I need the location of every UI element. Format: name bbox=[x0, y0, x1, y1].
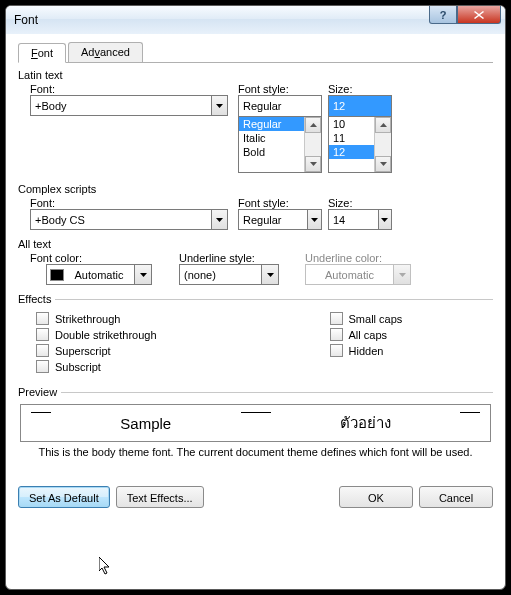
set-as-default-button[interactable]: Set As Default bbox=[18, 486, 110, 508]
scrollbar[interactable] bbox=[374, 117, 391, 172]
all-text-label: All text bbox=[18, 238, 493, 250]
dropdown-arrow-icon[interactable] bbox=[261, 265, 278, 284]
latin-text-label: Latin text bbox=[18, 69, 493, 81]
font-label: Font: bbox=[30, 83, 228, 95]
complex-font-label: Font: bbox=[30, 197, 228, 209]
complex-style-label: Font style: bbox=[238, 197, 322, 209]
font-color-combo[interactable]: Automatic bbox=[46, 264, 152, 285]
font-color-value: Automatic bbox=[64, 269, 134, 281]
font-style-label: Font style: bbox=[238, 83, 322, 95]
subscript-label: Subscript bbox=[55, 361, 101, 373]
complex-style-input[interactable] bbox=[239, 210, 307, 229]
complex-scripts-label: Complex scripts bbox=[18, 183, 493, 195]
complex-size-combo[interactable] bbox=[328, 209, 392, 230]
small-caps-checkbox[interactable] bbox=[330, 312, 343, 325]
scrollbar[interactable] bbox=[304, 117, 321, 172]
cancel-button[interactable]: Cancel bbox=[419, 486, 493, 508]
preview-legend: Preview bbox=[18, 386, 61, 398]
latin-style-input[interactable] bbox=[239, 96, 321, 116]
latin-style-input-wrap bbox=[238, 95, 322, 116]
scroll-down-icon[interactable] bbox=[305, 156, 321, 172]
latin-style-list[interactable]: Regular Italic Bold bbox=[238, 116, 322, 173]
complex-style-combo[interactable] bbox=[238, 209, 322, 230]
tab-strip: Font Advanced bbox=[18, 42, 493, 63]
titlebar[interactable]: Font ? bbox=[6, 6, 505, 34]
scroll-down-icon[interactable] bbox=[375, 156, 391, 172]
effects-legend: Effects bbox=[18, 293, 55, 305]
preview-box: Sample ตัวอย่าง bbox=[20, 404, 491, 442]
text-effects-button[interactable]: Text Effects... bbox=[116, 486, 204, 508]
underline-color-value: Automatic bbox=[306, 269, 393, 281]
preview-group: Preview Sample ตัวอย่าง This is the body… bbox=[18, 386, 493, 468]
complex-size-input[interactable] bbox=[329, 210, 378, 229]
tab-font[interactable]: Font bbox=[18, 43, 66, 63]
dropdown-arrow-icon[interactable] bbox=[211, 96, 227, 115]
help-button[interactable]: ? bbox=[429, 6, 457, 24]
underline-color-combo: Automatic bbox=[305, 264, 411, 285]
underline-style-label: Underline style: bbox=[179, 252, 279, 264]
complex-font-combo[interactable] bbox=[30, 209, 228, 230]
scroll-up-icon[interactable] bbox=[375, 117, 391, 133]
tab-advanced[interactable]: Advanced bbox=[68, 42, 143, 62]
underline-style-value: (none) bbox=[180, 269, 261, 281]
latin-size-input-wrap bbox=[328, 95, 392, 116]
window-title: Font bbox=[14, 13, 38, 27]
complex-font-input[interactable] bbox=[31, 210, 211, 229]
latin-font-combo[interactable] bbox=[30, 95, 228, 116]
font-dialog: Font ? Font Advanced Latin text Font: Fo… bbox=[5, 5, 506, 590]
superscript-label: Superscript bbox=[55, 345, 111, 357]
hidden-label: Hidden bbox=[349, 345, 384, 357]
complex-size-label: Size: bbox=[328, 197, 392, 209]
dropdown-arrow-icon[interactable] bbox=[134, 265, 151, 284]
color-swatch-icon bbox=[50, 269, 64, 281]
scroll-up-icon[interactable] bbox=[305, 117, 321, 133]
size-label: Size: bbox=[328, 83, 392, 95]
dropdown-arrow-icon[interactable] bbox=[211, 210, 227, 229]
latin-size-input[interactable] bbox=[329, 96, 391, 116]
small-caps-label: Small caps bbox=[349, 313, 403, 325]
effects-group: Effects Strikethrough Double strikethrou… bbox=[18, 293, 493, 376]
dropdown-arrow-icon[interactable] bbox=[307, 210, 321, 229]
double-strikethrough-label: Double strikethrough bbox=[55, 329, 157, 341]
font-color-label: Font color: bbox=[30, 252, 153, 264]
preview-sample-latin: Sample bbox=[61, 415, 231, 432]
all-caps-label: All caps bbox=[349, 329, 388, 341]
hidden-checkbox[interactable] bbox=[330, 344, 343, 357]
subscript-checkbox[interactable] bbox=[36, 360, 49, 373]
dropdown-arrow-icon[interactable] bbox=[378, 210, 391, 229]
preview-description: This is the body theme font. The current… bbox=[18, 446, 493, 458]
ok-button[interactable]: OK bbox=[339, 486, 413, 508]
latin-font-input[interactable] bbox=[31, 96, 211, 115]
close-button[interactable] bbox=[457, 6, 501, 24]
double-strikethrough-checkbox[interactable] bbox=[36, 328, 49, 341]
superscript-checkbox[interactable] bbox=[36, 344, 49, 357]
all-caps-checkbox[interactable] bbox=[330, 328, 343, 341]
underline-style-combo[interactable]: (none) bbox=[179, 264, 279, 285]
strikethrough-label: Strikethrough bbox=[55, 313, 120, 325]
preview-sample-complex: ตัวอย่าง bbox=[281, 411, 451, 435]
dropdown-arrow-icon bbox=[393, 265, 410, 284]
latin-size-list[interactable]: 10 11 12 bbox=[328, 116, 392, 173]
underline-color-label: Underline color: bbox=[305, 252, 411, 264]
strikethrough-checkbox[interactable] bbox=[36, 312, 49, 325]
